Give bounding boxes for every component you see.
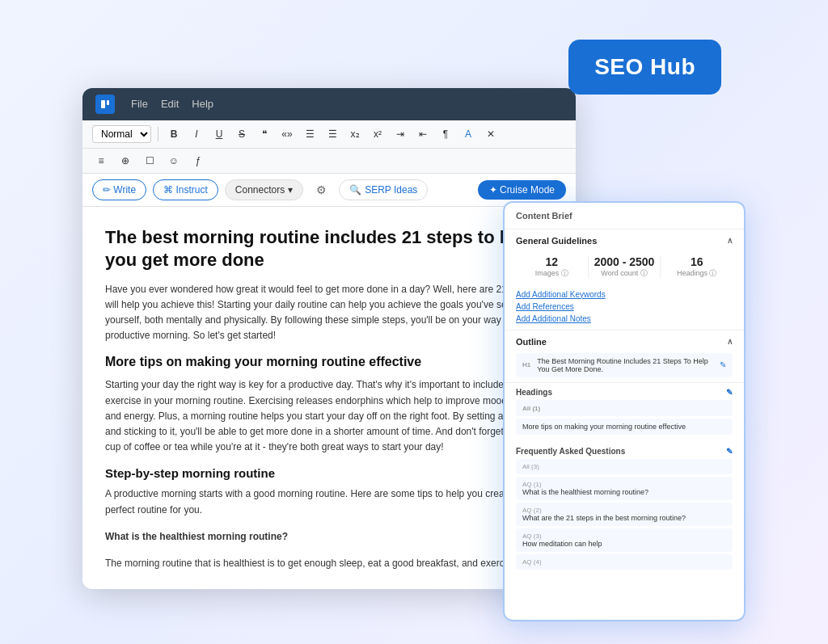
qa-answer: The morning routine that is healthiest i… <box>105 556 553 571</box>
stat-words: 2000 - 2500 Word count ⓘ <box>589 255 661 279</box>
formula-btn[interactable]: ƒ <box>189 152 207 170</box>
heading-item-all: All (1) <box>516 400 733 416</box>
faq-item-4: AQ (4) <box>516 554 733 570</box>
seo-hub-badge: SEO Hub <box>568 40 721 95</box>
image-btn[interactable]: ☐ <box>141 152 158 170</box>
list-button1[interactable]: ☰ <box>301 125 319 143</box>
outline-section: Outline ∧ H1 The Best Morning Routine In… <box>505 330 744 383</box>
headings-label: Headings ⓘ <box>661 268 733 279</box>
paragraph-button[interactable]: ¶ <box>437 125 454 143</box>
faq-section: Frequently Asked Questions ✎ All (3) AQ … <box>505 442 744 577</box>
indent-button2[interactable]: ⇤ <box>414 125 432 143</box>
style-select[interactable]: Normal <box>92 125 151 143</box>
font-color-button[interactable]: A <box>459 125 477 143</box>
headings-edit-icon[interactable]: ✎ <box>726 388 733 397</box>
clear-format-button[interactable]: ✕ <box>482 125 500 143</box>
svg-rect-0 <box>101 100 105 108</box>
outline-h1-text: The Best Morning Routine Includes 21 Ste… <box>537 357 716 373</box>
toolbar-separator <box>158 127 158 141</box>
editor-window: File Edit Help Normal B I U S ❝ «» ☰ ☰ x… <box>82 88 576 589</box>
outline-chevron: ∧ <box>727 337 733 346</box>
serp-label: SERP Ideas <box>365 184 417 196</box>
brief-links: Add Additional Keywords Add References A… <box>505 287 744 330</box>
add-references-link[interactable]: Add References <box>516 302 733 311</box>
italic-button[interactable]: I <box>188 125 205 143</box>
link-btn[interactable]: ⊕ <box>116 152 134 170</box>
outline-label: Outline <box>516 337 547 347</box>
general-guidelines-section: General Guidelines ∧ 12 Images ⓘ 2000 - … <box>505 229 744 330</box>
guillemets-button[interactable]: «» <box>278 125 296 143</box>
images-label: Images ⓘ <box>516 268 588 279</box>
add-keywords-link[interactable]: Add Additional Keywords <box>516 290 733 299</box>
stat-headings: 16 Headings ⓘ <box>661 255 733 279</box>
emoji-btn[interactable]: ☺ <box>165 152 183 170</box>
words-num: 2000 - 2500 <box>589 255 661 268</box>
action-toolbar: ✏ Write ⌘ Instruct Connectors ▾ ⚙ 🔍 SERP… <box>82 174 576 207</box>
align-left-btn[interactable]: ≡ <box>92 152 110 170</box>
toolbar-row2: ≡ ⊕ ☐ ☺ ƒ <box>82 149 576 174</box>
superscript-button[interactable]: x² <box>369 125 387 143</box>
editor-content: The best morning routine includes 21 ste… <box>82 207 576 589</box>
headings-section: Headings ✎ All (1) More tips on making y… <box>505 383 744 442</box>
words-label: Word count ⓘ <box>589 268 661 279</box>
quote-button[interactable]: ❝ <box>256 125 273 143</box>
headings-section-label: Headings ✎ <box>516 388 733 397</box>
menu-help[interactable]: Help <box>192 98 213 110</box>
menu-edit[interactable]: Edit <box>161 98 179 110</box>
content-brief-panel: Content Brief General Guidelines ∧ 12 Im… <box>503 201 746 621</box>
qa-question: What is the healthiest morning routine? <box>105 529 553 545</box>
heading-3-1: Step-by-step morning routine <box>105 466 553 480</box>
list-button2[interactable]: ☰ <box>323 125 341 143</box>
outline-header[interactable]: Outline ∧ <box>505 330 744 353</box>
faq-section-label: Frequently Asked Questions ✎ <box>516 447 733 456</box>
headings-num: 16 <box>661 255 733 268</box>
heading-2-1: More tips on making your morning routine… <box>105 355 553 369</box>
document-title: The best morning routine includes 21 ste… <box>105 226 553 272</box>
underline-button[interactable]: U <box>210 125 228 143</box>
faq-item-2: AQ (2) What are the 21 steps in the best… <box>516 503 733 526</box>
indent-button1[interactable]: ⇥ <box>391 125 409 143</box>
paragraph-2: Starting your day the right way is key f… <box>105 377 553 455</box>
intro-paragraph: Have you ever wondered how great it woul… <box>105 282 553 344</box>
brief-header: Content Brief <box>505 203 744 229</box>
faq-item-all: All (3) <box>516 459 733 474</box>
faq-edit-icon[interactable]: ✎ <box>726 447 733 456</box>
connectors-chevron: ▾ <box>288 184 293 196</box>
toolbar-row1: Normal B I U S ❝ «» ☰ ☰ x₂ x² ⇥ ⇤ ¶ A ✕ <box>82 120 576 149</box>
general-chevron: ∧ <box>727 236 733 245</box>
outline-edit-icon[interactable]: ✎ <box>720 360 726 369</box>
images-num: 12 <box>516 255 588 268</box>
svg-rect-1 <box>107 100 109 105</box>
heading-item-1: More tips on making your morning routine… <box>516 419 733 435</box>
general-guidelines-label: General Guidelines <box>516 236 597 246</box>
brief-stats: 12 Images ⓘ 2000 - 2500 Word count ⓘ 16 … <box>505 252 744 287</box>
strikethrough-button[interactable]: S <box>233 125 251 143</box>
connectors-label: Connectors <box>235 184 285 196</box>
outline-h1-item: H1 The Best Morning Routine Includes 21 … <box>516 353 733 377</box>
faq-item-1: AQ (1) What is the healthiest morning ro… <box>516 477 733 500</box>
general-guidelines-header[interactable]: General Guidelines ∧ <box>505 229 744 252</box>
stat-images: 12 Images ⓘ <box>516 255 589 279</box>
menu-items: File Edit Help <box>131 98 213 110</box>
instruct-button[interactable]: ⌘ Instruct <box>153 179 218 200</box>
write-button[interactable]: ✏ Write <box>92 179 146 200</box>
editor-menubar: File Edit Help <box>82 88 576 120</box>
faq-item-3: AQ (3) How meditation can help <box>516 528 733 552</box>
add-notes-link[interactable]: Add Additional Notes <box>516 314 733 323</box>
serp-icon: 🔍 <box>349 184 361 196</box>
serp-button[interactable]: 🔍 SERP Ideas <box>339 179 428 200</box>
settings-icon[interactable]: ⚙ <box>310 179 332 201</box>
bold-button[interactable]: B <box>165 125 183 143</box>
cruise-mode-button[interactable]: ✦ Cruise Mode <box>478 180 566 200</box>
connectors-button[interactable]: Connectors ▾ <box>225 179 303 200</box>
subscript-button[interactable]: x₂ <box>346 125 364 143</box>
editor-logo <box>95 95 115 114</box>
paragraph-3: A productive morning starts with a good … <box>105 486 553 517</box>
menu-file[interactable]: File <box>131 98 148 110</box>
